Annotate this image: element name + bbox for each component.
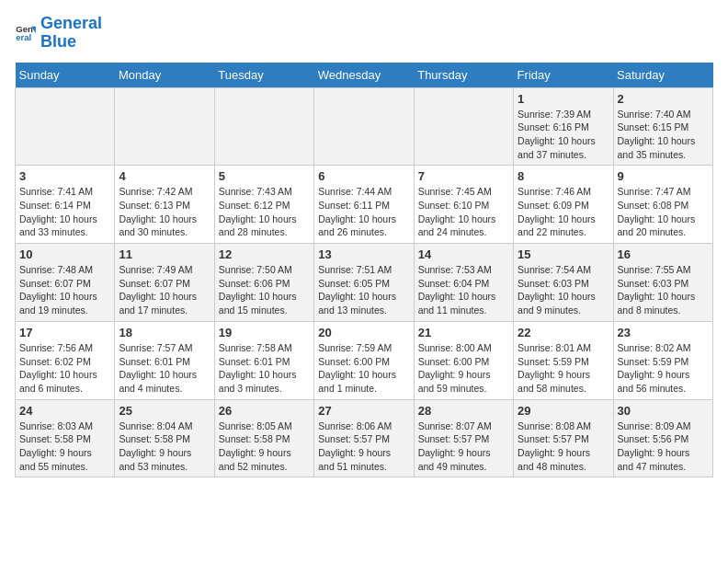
day-number: 11 xyxy=(119,247,210,261)
calendar-cell xyxy=(314,87,414,166)
calendar-cell: 23Sunrise: 8:02 AM Sunset: 5:59 PM Dayli… xyxy=(613,321,712,399)
logo-text-line1: General xyxy=(40,15,102,33)
day-number: 15 xyxy=(518,247,609,261)
day-number: 30 xyxy=(618,404,709,418)
day-info: Sunrise: 8:06 AM Sunset: 5:57 PM Dayligh… xyxy=(318,419,409,474)
day-info: Sunrise: 7:40 AM Sunset: 6:15 PM Dayligh… xyxy=(618,108,709,162)
calendar-cell: 25Sunrise: 8:04 AM Sunset: 5:58 PM Dayli… xyxy=(115,399,214,477)
calendar-week-row: 1Sunrise: 7:39 AM Sunset: 6:16 PM Daylig… xyxy=(16,87,713,166)
day-number: 16 xyxy=(618,247,709,261)
weekday-header: Saturday xyxy=(613,63,712,88)
day-info: Sunrise: 7:44 AM Sunset: 6:11 PM Dayligh… xyxy=(318,185,409,239)
calendar-cell: 7Sunrise: 7:45 AM Sunset: 6:10 PM Daylig… xyxy=(414,166,513,244)
day-number: 25 xyxy=(119,404,210,418)
day-info: Sunrise: 7:55 AM Sunset: 6:03 PM Dayligh… xyxy=(618,263,709,317)
day-info: Sunrise: 8:04 AM Sunset: 5:58 PM Dayligh… xyxy=(119,419,210,474)
day-info: Sunrise: 7:57 AM Sunset: 6:01 PM Dayligh… xyxy=(119,341,210,396)
day-info: Sunrise: 7:48 AM Sunset: 6:07 PM Dayligh… xyxy=(19,263,110,317)
calendar-header-row: SundayMondayTuesdayWednesdayThursdayFrid… xyxy=(16,63,713,88)
day-number: 26 xyxy=(219,404,310,418)
day-number: 8 xyxy=(518,169,609,183)
calendar-cell: 27Sunrise: 8:06 AM Sunset: 5:57 PM Dayli… xyxy=(314,399,414,477)
day-number: 28 xyxy=(418,404,509,418)
calendar-cell: 29Sunrise: 8:08 AM Sunset: 5:57 PM Dayli… xyxy=(514,399,613,477)
calendar-cell: 28Sunrise: 8:07 AM Sunset: 5:57 PM Dayli… xyxy=(414,399,513,477)
calendar-cell: 20Sunrise: 7:59 AM Sunset: 6:00 PM Dayli… xyxy=(314,321,414,399)
day-number: 2 xyxy=(618,92,709,106)
day-number: 18 xyxy=(119,326,210,339)
day-number: 14 xyxy=(418,247,509,261)
calendar-week-row: 24Sunrise: 8:03 AM Sunset: 5:58 PM Dayli… xyxy=(16,399,713,477)
day-info: Sunrise: 7:59 AM Sunset: 6:00 PM Dayligh… xyxy=(318,341,409,396)
calendar-cell: 12Sunrise: 7:50 AM Sunset: 6:06 PM Dayli… xyxy=(214,244,313,322)
day-info: Sunrise: 7:43 AM Sunset: 6:12 PM Dayligh… xyxy=(219,185,310,239)
calendar-week-row: 3Sunrise: 7:41 AM Sunset: 6:14 PM Daylig… xyxy=(16,166,713,244)
day-number: 21 xyxy=(418,326,509,339)
calendar-cell: 21Sunrise: 8:00 AM Sunset: 6:00 PM Dayli… xyxy=(414,321,513,399)
day-number: 27 xyxy=(318,404,409,418)
day-info: Sunrise: 8:03 AM Sunset: 5:58 PM Dayligh… xyxy=(19,419,110,474)
day-number: 19 xyxy=(219,326,310,339)
day-info: Sunrise: 7:46 AM Sunset: 6:09 PM Dayligh… xyxy=(518,185,609,239)
calendar-cell: 15Sunrise: 7:54 AM Sunset: 6:03 PM Dayli… xyxy=(514,244,613,322)
calendar-cell: 5Sunrise: 7:43 AM Sunset: 6:12 PM Daylig… xyxy=(214,166,313,244)
day-number: 1 xyxy=(518,92,609,106)
calendar-cell: 17Sunrise: 7:56 AM Sunset: 6:02 PM Dayli… xyxy=(16,321,115,399)
logo-text-line2: Blue xyxy=(40,33,102,52)
weekday-header: Sunday xyxy=(16,63,115,88)
calendar-cell xyxy=(414,87,513,166)
day-number: 24 xyxy=(19,404,110,418)
day-number: 7 xyxy=(418,169,509,183)
weekday-header: Wednesday xyxy=(314,63,414,88)
calendar-cell: 13Sunrise: 7:51 AM Sunset: 6:05 PM Dayli… xyxy=(314,244,414,322)
calendar-cell: 16Sunrise: 7:55 AM Sunset: 6:03 PM Dayli… xyxy=(613,244,712,322)
calendar-cell: 1Sunrise: 7:39 AM Sunset: 6:16 PM Daylig… xyxy=(514,87,613,166)
svg-text:eral: eral xyxy=(16,32,31,42)
calendar-table: SundayMondayTuesdayWednesdayThursdayFrid… xyxy=(15,63,713,478)
weekday-header: Monday xyxy=(115,63,214,88)
day-number: 4 xyxy=(119,169,210,183)
calendar-cell: 10Sunrise: 7:48 AM Sunset: 6:07 PM Dayli… xyxy=(16,244,115,322)
logo-icon: Gen eral xyxy=(15,22,37,44)
day-number: 23 xyxy=(618,326,709,339)
calendar-cell: 11Sunrise: 7:49 AM Sunset: 6:07 PM Dayli… xyxy=(115,244,214,322)
calendar-cell: 18Sunrise: 7:57 AM Sunset: 6:01 PM Dayli… xyxy=(115,321,214,399)
day-number: 9 xyxy=(618,169,709,183)
calendar-cell: 14Sunrise: 7:53 AM Sunset: 6:04 PM Dayli… xyxy=(414,244,513,322)
logo: Gen eral General Blue xyxy=(15,15,102,52)
calendar-week-row: 10Sunrise: 7:48 AM Sunset: 6:07 PM Dayli… xyxy=(16,244,713,322)
page-header: Gen eral General Blue xyxy=(15,15,713,52)
day-number: 10 xyxy=(19,247,110,261)
calendar-cell: 19Sunrise: 7:58 AM Sunset: 6:01 PM Dayli… xyxy=(214,321,313,399)
calendar-cell xyxy=(115,87,214,166)
day-info: Sunrise: 8:00 AM Sunset: 6:00 PM Dayligh… xyxy=(418,341,509,396)
day-info: Sunrise: 7:51 AM Sunset: 6:05 PM Dayligh… xyxy=(318,263,409,317)
calendar-cell: 4Sunrise: 7:42 AM Sunset: 6:13 PM Daylig… xyxy=(115,166,214,244)
day-number: 29 xyxy=(518,404,609,418)
day-info: Sunrise: 8:08 AM Sunset: 5:57 PM Dayligh… xyxy=(518,419,609,474)
calendar-week-row: 17Sunrise: 7:56 AM Sunset: 6:02 PM Dayli… xyxy=(16,321,713,399)
day-info: Sunrise: 7:47 AM Sunset: 6:08 PM Dayligh… xyxy=(618,185,709,239)
day-info: Sunrise: 7:50 AM Sunset: 6:06 PM Dayligh… xyxy=(219,263,310,317)
day-info: Sunrise: 7:45 AM Sunset: 6:10 PM Dayligh… xyxy=(418,185,509,239)
day-info: Sunrise: 7:41 AM Sunset: 6:14 PM Dayligh… xyxy=(19,185,110,239)
day-info: Sunrise: 7:58 AM Sunset: 6:01 PM Dayligh… xyxy=(219,341,310,396)
day-info: Sunrise: 7:53 AM Sunset: 6:04 PM Dayligh… xyxy=(418,263,509,317)
calendar-cell: 2Sunrise: 7:40 AM Sunset: 6:15 PM Daylig… xyxy=(613,87,712,166)
calendar-cell: 22Sunrise: 8:01 AM Sunset: 5:59 PM Dayli… xyxy=(514,321,613,399)
day-info: Sunrise: 8:07 AM Sunset: 5:57 PM Dayligh… xyxy=(418,419,509,474)
day-number: 17 xyxy=(19,326,110,339)
calendar-cell: 26Sunrise: 8:05 AM Sunset: 5:58 PM Dayli… xyxy=(214,399,313,477)
day-number: 20 xyxy=(318,326,409,339)
calendar-cell xyxy=(214,87,313,166)
day-info: Sunrise: 8:01 AM Sunset: 5:59 PM Dayligh… xyxy=(518,341,609,396)
calendar-cell: 8Sunrise: 7:46 AM Sunset: 6:09 PM Daylig… xyxy=(514,166,613,244)
weekday-header: Tuesday xyxy=(214,63,313,88)
day-number: 12 xyxy=(219,247,310,261)
day-info: Sunrise: 7:39 AM Sunset: 6:16 PM Dayligh… xyxy=(518,108,609,162)
day-number: 5 xyxy=(219,169,310,183)
weekday-header: Thursday xyxy=(414,63,513,88)
calendar-cell: 30Sunrise: 8:09 AM Sunset: 5:56 PM Dayli… xyxy=(613,399,712,477)
day-info: Sunrise: 7:56 AM Sunset: 6:02 PM Dayligh… xyxy=(19,341,110,396)
calendar-cell: 9Sunrise: 7:47 AM Sunset: 6:08 PM Daylig… xyxy=(613,166,712,244)
